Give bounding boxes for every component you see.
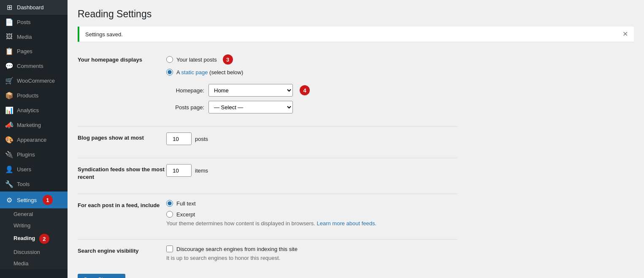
syndication-row: Syndication feeds show the most recent i… — [78, 160, 457, 185]
syndication-number-row: items — [166, 164, 457, 177]
sidebar-item-media[interactable]: 🖼 Media — [0, 30, 68, 44]
blog-pages-number-row: posts — [166, 132, 457, 145]
sidebar-item-pages[interactable]: 📋 Pages — [0, 44, 68, 59]
posts-page-select-label: Posts page: — [166, 104, 204, 111]
search-hint: It is up to search engines to honor this… — [166, 255, 457, 261]
sidebar-item-analytics[interactable]: 📊 Analytics — [0, 103, 68, 118]
full-text-label: Full text — [176, 200, 196, 207]
save-changes-button[interactable]: Save Changes — [78, 274, 125, 278]
sidebar-item-label: Products — [17, 92, 38, 99]
sidebar-sub-item-general[interactable]: General — [0, 208, 68, 220]
posts-page-select-row: Posts page: — Select — Blog News — [166, 101, 457, 113]
learn-more-link[interactable]: Learn more about feeds. — [317, 220, 377, 227]
sub-item-label: Media — [14, 260, 28, 267]
sidebar-item-appearance[interactable]: 🎨 Appearance — [0, 132, 68, 147]
feed-include-label: For each post in a feed, include — [78, 200, 166, 209]
search-visibility-row: Search engine visibility Discourage sear… — [78, 241, 457, 265]
syndication-suffix: items — [195, 167, 208, 174]
static-page-label: A static page (select below) — [176, 69, 243, 76]
sub-item-label: General — [14, 211, 33, 217]
sidebar-item-label: Appearance — [17, 137, 46, 143]
analytics-icon: 📊 — [5, 106, 14, 114]
latest-posts-radio-row: Your latest posts 3 — [166, 54, 457, 65]
comments-icon: 💬 — [5, 62, 14, 70]
settings-submenu: General Writing Reading 2 Discussion Med… — [0, 208, 68, 269]
sidebar-sub-item-discussion[interactable]: Discussion — [0, 246, 68, 258]
syndication-control: items — [166, 164, 457, 177]
sidebar-item-label: Analytics — [17, 107, 39, 113]
feed-include-row: For each post in a feed, include Full te… — [78, 196, 457, 231]
excerpt-label: Excerpt — [176, 211, 195, 218]
blog-pages-control: posts — [166, 132, 457, 145]
sidebar: ⊞ Dashboard 📄 Posts 🖼 Media 📋 Pages 💬 Co… — [0, 0, 68, 278]
woocommerce-icon: 🛒 — [5, 77, 14, 85]
divider-3 — [78, 194, 457, 194]
sidebar-item-products[interactable]: 📦 Products — [0, 88, 68, 103]
sidebar-item-users[interactable]: 👤 Users — [0, 162, 68, 177]
sidebar-sub-item-media[interactable]: Media — [0, 258, 68, 269]
sidebar-item-label: Plugins — [17, 151, 35, 158]
sidebar-item-label: Pages — [17, 48, 32, 54]
page-title: Reading Settings — [78, 8, 634, 20]
annotation-badge-2: 2 — [39, 234, 49, 244]
latest-posts-radio[interactable] — [166, 56, 173, 63]
sidebar-item-label: Settings — [17, 197, 37, 203]
sidebar-item-comments[interactable]: 💬 Comments — [0, 59, 68, 73]
sidebar-item-tools[interactable]: 🔧 Tools — [0, 177, 68, 192]
sidebar-item-label: Marketing — [17, 122, 41, 128]
sidebar-item-woocommerce[interactable]: 🛒 WooCommerce — [0, 73, 68, 88]
divider-1 — [78, 126, 457, 127]
annotation-badge-3: 3 — [223, 54, 233, 65]
static-page-link[interactable]: static page — [181, 69, 208, 76]
search-visibility-control: Discourage search engines from indexing … — [166, 246, 457, 261]
tools-icon: 🔧 — [5, 180, 14, 188]
notice-success: Settings saved. ✕ — [78, 27, 634, 42]
full-text-radio[interactable] — [166, 200, 173, 207]
media-icon: 🖼 — [5, 33, 14, 40]
settings-icon: ⚙ — [5, 196, 14, 204]
feed-hint: Your theme determines how content is dis… — [166, 220, 457, 227]
homepage-select-label: Homepage: — [166, 87, 204, 94]
settings-form: Your homepage displays Your latest posts… — [78, 50, 457, 278]
sidebar-item-posts[interactable]: 📄 Posts — [0, 15, 68, 30]
page-selects: Homepage: Home About Contact Blog 4 Post… — [166, 84, 457, 113]
blog-pages-input[interactable] — [166, 132, 192, 145]
static-page-radio[interactable] — [166, 69, 173, 76]
syndication-label: Syndication feeds show the most recent — [78, 164, 166, 181]
posts-icon: 📄 — [5, 18, 14, 26]
homepage-select-row: Homepage: Home About Contact Blog 4 — [166, 84, 457, 97]
annotation-badge-4: 4 — [300, 85, 310, 95]
marketing-icon: 📣 — [5, 121, 14, 129]
excerpt-radio-row: Excerpt — [166, 211, 457, 218]
blog-pages-suffix: posts — [195, 136, 208, 142]
users-icon: 👤 — [5, 165, 14, 173]
posts-page-select[interactable]: — Select — Blog News — [208, 101, 293, 113]
sidebar-sub-item-reading[interactable]: Reading 2 — [0, 231, 68, 246]
feed-include-control: Full text Excerpt Your theme determines … — [166, 200, 457, 227]
sub-item-label: Discussion — [14, 249, 40, 255]
sidebar-sub-item-writing[interactable]: Writing — [0, 220, 68, 231]
feed-radio-group: Full text Excerpt — [166, 200, 457, 218]
sidebar-item-plugins[interactable]: 🔌 Plugins — [0, 147, 68, 162]
homepage-displays-control: Your latest posts 3 A static page (selec… — [166, 54, 457, 113]
notice-close-button[interactable]: ✕ — [622, 31, 628, 38]
syndication-input[interactable] — [166, 164, 192, 177]
excerpt-radio[interactable] — [166, 211, 173, 218]
discourage-checkbox[interactable] — [166, 246, 173, 252]
latest-posts-label: Your latest posts — [176, 57, 217, 63]
sidebar-item-dashboard[interactable]: ⊞ Dashboard — [0, 0, 68, 15]
search-visibility-label: Search engine visibility — [78, 246, 166, 255]
sub-item-label: Reading — [14, 235, 35, 241]
sidebar-item-label: Dashboard — [17, 4, 44, 11]
homepage-displays-label: Your homepage displays — [78, 54, 166, 64]
products-icon: 📦 — [5, 92, 14, 100]
blog-pages-label: Blog pages show at most — [78, 132, 166, 142]
sidebar-item-label: WooCommerce — [17, 78, 55, 84]
static-page-radio-row: A static page (select below) — [166, 69, 457, 76]
homepage-displays-row: Your homepage displays Your latest posts… — [78, 50, 457, 118]
sidebar-item-settings[interactable]: ⚙ Settings 1 — [0, 192, 68, 208]
discourage-checkbox-row: Discourage search engines from indexing … — [166, 246, 457, 252]
sidebar-item-marketing[interactable]: 📣 Marketing — [0, 118, 68, 132]
sidebar-item-label: Posts — [17, 19, 31, 25]
homepage-select[interactable]: Home About Contact Blog — [208, 84, 293, 97]
